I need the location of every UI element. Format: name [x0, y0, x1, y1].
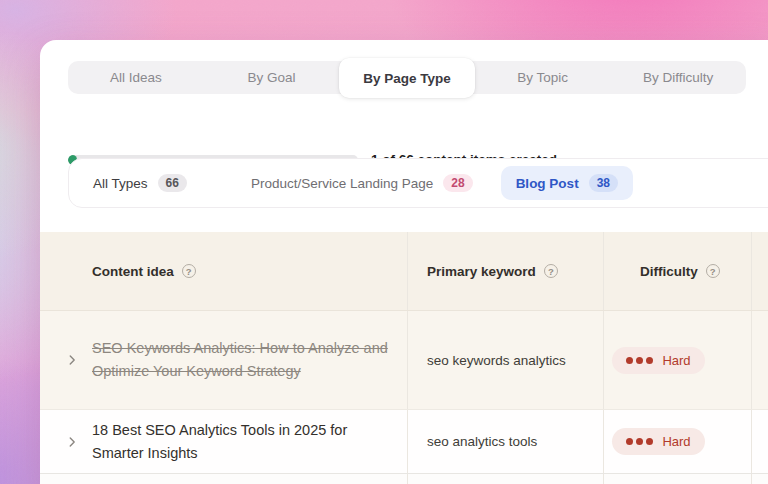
- app-background: { "tabs": { "items": [ {"label": "All Id…: [0, 0, 768, 484]
- difficulty-cell: Hard: [604, 410, 752, 473]
- tab-by-page-type[interactable]: By Page Type: [339, 58, 475, 98]
- tab-all-ideas[interactable]: All Ideas: [68, 61, 204, 94]
- content-ideas-table: Content idea ? Primary keyword ? Difficu…: [40, 232, 768, 484]
- filter-all-types[interactable]: All Types 66: [93, 174, 187, 192]
- difficulty-help-icon[interactable]: ?: [706, 264, 720, 278]
- content-idea-cell: 18 Best SEO Analytics Tools in 2025 for …: [40, 410, 408, 473]
- difficulty-dots-icon: [626, 438, 653, 445]
- content-idea-help-icon[interactable]: ?: [182, 264, 196, 278]
- primary-keyword-value: seo keywords analytics: [408, 353, 566, 368]
- tab-by-topic[interactable]: By Topic: [475, 61, 611, 94]
- difficulty-label: Hard: [662, 353, 690, 368]
- content-idea-cell: [40, 474, 408, 484]
- table-header-row: Content idea ? Primary keyword ? Difficu…: [40, 232, 768, 310]
- header-extra-column: [752, 232, 768, 310]
- header-content-idea: Content idea ?: [40, 232, 408, 310]
- filter-all-types-count: 66: [158, 174, 187, 192]
- view-tabbar: All Ideas By Goal By Page Type By Topic …: [68, 61, 746, 94]
- filter-landing-page-label: Product/Service Landing Page: [251, 176, 433, 191]
- difficulty-label: Hard: [662, 434, 690, 449]
- table-row[interactable]: [40, 473, 768, 484]
- content-ideas-panel: All Ideas By Goal By Page Type By Topic …: [40, 40, 768, 484]
- page-type-filterbar: All Types 66 Product/Service Landing Pag…: [68, 158, 768, 208]
- content-idea-title: SEO Keywords Analytics: How to Analyze a…: [92, 337, 392, 383]
- primary-keyword-cell: seo keywords analytics: [408, 311, 604, 409]
- content-idea-title: 18 Best SEO Analytics Tools in 2025 for …: [92, 419, 392, 465]
- extra-cell: [752, 410, 768, 473]
- difficulty-badge: Hard: [612, 347, 704, 374]
- expand-row-chevron-icon[interactable]: [64, 352, 80, 368]
- table-row[interactable]: SEO Keywords Analytics: How to Analyze a…: [40, 310, 768, 409]
- extra-cell: [752, 474, 768, 484]
- difficulty-dots-icon: [626, 357, 653, 364]
- table-row[interactable]: 18 Best SEO Analytics Tools in 2025 for …: [40, 409, 768, 473]
- tab-by-goal[interactable]: By Goal: [204, 61, 340, 94]
- filter-blog-post-count: 38: [589, 174, 618, 192]
- difficulty-badge: Hard: [612, 428, 704, 455]
- filter-landing-page-count: 28: [443, 174, 472, 192]
- difficulty-header-label: Difficulty: [640, 264, 698, 279]
- primary-keyword-cell: [408, 474, 604, 484]
- primary-keyword-header-label: Primary keyword: [427, 264, 536, 279]
- filter-all-types-label: All Types: [93, 176, 148, 191]
- filter-landing-page[interactable]: Product/Service Landing Page 28: [251, 174, 473, 192]
- tab-by-difficulty[interactable]: By Difficulty: [610, 61, 746, 94]
- difficulty-cell: [604, 474, 752, 484]
- header-difficulty: Difficulty ?: [604, 232, 752, 310]
- filter-blog-post[interactable]: Blog Post 38: [501, 166, 633, 200]
- primary-keyword-cell: seo analytics tools: [408, 410, 604, 473]
- content-idea-cell: SEO Keywords Analytics: How to Analyze a…: [40, 311, 408, 409]
- header-primary-keyword: Primary keyword ?: [408, 232, 604, 310]
- difficulty-cell: Hard: [604, 311, 752, 409]
- expand-row-chevron-icon[interactable]: [64, 434, 80, 450]
- primary-keyword-help-icon[interactable]: ?: [544, 264, 558, 278]
- primary-keyword-value: seo analytics tools: [408, 434, 537, 449]
- content-idea-header-label: Content idea: [92, 264, 174, 279]
- extra-cell: [752, 311, 768, 409]
- filter-blog-post-label: Blog Post: [516, 176, 579, 191]
